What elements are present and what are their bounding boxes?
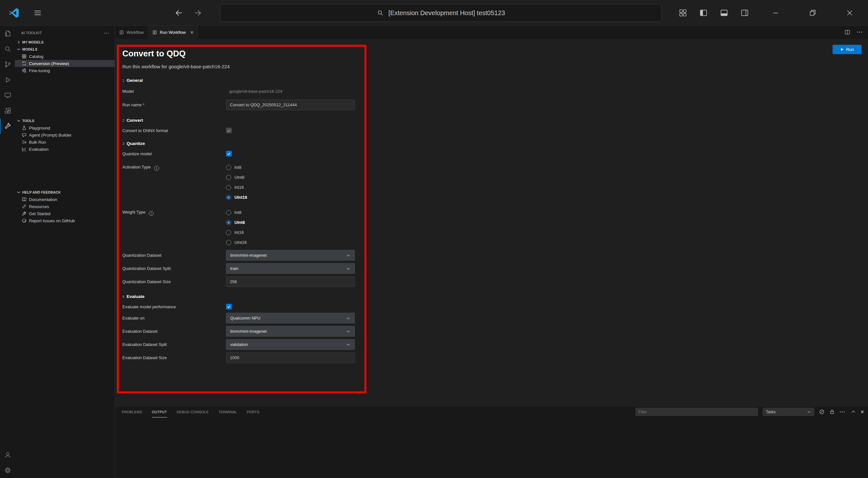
sidebar-item-evaluation[interactable]: Evaluation [15,146,115,153]
radio-option-uint16[interactable]: UInt16 [226,192,247,202]
evaluation-dataset-split-select[interactable]: validation [226,339,355,350]
source-control-icon[interactable] [0,57,15,72]
output-filter-input[interactable] [636,408,758,416]
section-label: MODELS [22,47,37,51]
evaluate-performance-checkbox[interactable] [226,304,232,309]
sidebar-section-tools[interactable]: TOOLS [15,117,115,124]
radio-option-int16[interactable]: Int16 [226,228,247,237]
accounts-icon[interactable] [0,447,15,462]
info-icon[interactable]: i [149,211,154,216]
remote-explorer-icon[interactable] [0,88,15,103]
extensions-icon[interactable] [0,103,15,119]
evaluate-on-select[interactable]: Qualcomm NPU [226,313,355,323]
item-label: Conversion (Preview) [29,61,69,66]
vscode-logo [8,7,19,18]
close-tab-icon[interactable]: × [190,30,193,35]
section-label: HELP AND FEEDBACK [22,190,61,194]
select-value: Tasks [766,410,776,414]
radio-option-uint16[interactable]: UInt16 [226,237,247,247]
search-view-icon[interactable] [0,41,15,57]
sidebar-section-models[interactable]: MODELS [15,46,115,53]
restore-button[interactable] [794,0,831,26]
menu-icon[interactable] [33,9,42,17]
customize-layout-icon[interactable] [679,9,687,17]
quantization-dataset-split-select[interactable]: train [226,263,355,274]
panel-tab-problems[interactable]: PROBLEMS [122,406,142,417]
info-icon[interactable]: i [154,166,159,171]
panel-tab-output[interactable]: OUTPUT [152,406,167,417]
maximize-panel-icon[interactable] [850,409,856,415]
radio-input[interactable] [226,165,231,170]
command-center[interactable]: [Extension Development Host] test05123 [220,4,662,22]
sidebar-item-bulk-run[interactable]: Bulk Run [15,139,115,146]
radio-input[interactable] [226,220,231,225]
page-title: Convert to QDQ [122,48,361,59]
toggle-primary-sidebar-icon[interactable] [699,9,708,17]
panel-more-actions-icon[interactable]: ··· [840,409,846,415]
section-title: Convert [127,118,143,123]
item-label: Resources [29,204,49,209]
minimize-button[interactable] [757,0,794,26]
radio-input[interactable] [226,230,231,235]
sidebar-item-fine-tuning[interactable]: Fine-tuning [15,67,115,74]
tab-run-workflow[interactable]: Run Workflow × [148,26,198,39]
select-value: timm/mini-imagenet [230,253,267,258]
toggle-panel-icon[interactable] [720,9,728,17]
weight-type-radio-group: Int8 UInt8 Int16 UInt16 [226,207,247,247]
editor-more-actions-icon[interactable]: ··· [857,29,863,35]
close-window-button[interactable] [831,0,868,26]
sidebar-item-agent-builder[interactable]: Agent (Prompt) Builder [15,131,115,139]
run-workflow-button[interactable]: Run [833,45,862,54]
quantization-dataset-size-input[interactable] [226,276,355,287]
radio-option-int8[interactable]: Int8 [226,207,247,217]
panel-tab-terminal[interactable]: TERMINAL [218,406,237,417]
sidebar-item-resources[interactable]: Resources [15,203,115,210]
sidebar-section-help-and-feedback[interactable]: HELP AND FEEDBACK [15,189,115,196]
go-back-icon[interactable] [174,8,183,18]
radio-input[interactable] [226,195,231,200]
item-label: Bulk Run [29,140,46,145]
radio-input[interactable] [226,175,231,180]
ai-toolkit-icon[interactable] [0,119,15,134]
activation-type-row: Activation Type i Int8 UInt8 Int16 UInt1… [122,162,361,202]
sidebar-item-conversion[interactable]: Conversion (Preview) [15,60,115,67]
section-convert: 2 Convert [122,118,361,124]
run-name-input[interactable] [226,99,355,110]
onnx-row: Convert to ONNX format [122,127,361,133]
sidebar-item-playground[interactable]: Playground [15,124,115,131]
required-marker: * [143,102,145,107]
radio-option-int8[interactable]: Int8 [226,162,247,172]
quantization-dataset-select[interactable]: timm/mini-imagenet [226,250,355,261]
run-and-debug-icon[interactable] [0,72,15,88]
evaluation-dataset-size-input[interactable] [226,352,355,363]
toggle-secondary-sidebar-icon[interactable] [741,9,749,17]
evaluate-performance-label: Evaluate model performance [122,304,226,309]
radio-input[interactable] [226,210,231,215]
panel-tab-ports[interactable]: PORTS [247,406,259,417]
sidebar-item-get-started[interactable]: Get Started [15,210,115,217]
go-forward-icon[interactable] [194,8,203,18]
quantize-model-checkbox[interactable] [226,151,232,156]
lock-autoscroll-icon[interactable] [829,409,835,415]
radio-input[interactable] [226,185,231,190]
output-channel-select[interactable]: Tasks [763,408,814,416]
radio-option-uint8[interactable]: UInt8 [226,217,247,228]
sidebar-more-actions-icon[interactable]: ··· [104,31,110,35]
radio-option-uint8[interactable]: UInt8 [226,172,247,182]
panel-tab-debug-console[interactable]: DEBUG CONSOLE [177,406,209,417]
radio-input[interactable] [226,240,231,245]
clear-output-icon[interactable] [819,409,825,415]
sidebar-item-report-issues[interactable]: Report Issues on GitHub [15,217,115,224]
workflow-form: Convert to QDQ Run this workflow for goo… [122,48,361,363]
sidebar-item-catalog[interactable]: Catalog [15,53,115,60]
sidebar-section-my-models[interactable]: MY MODELS [15,39,115,46]
item-label: Evaluation [29,147,49,152]
close-panel-icon[interactable]: × [861,409,864,415]
settings-gear-icon[interactable] [0,462,15,478]
explorer-icon[interactable] [0,26,15,41]
sidebar-item-documentation[interactable]: Documentation [15,196,115,203]
radio-option-int16[interactable]: Int16 [226,182,247,192]
split-editor-icon[interactable] [844,29,850,35]
tab-workflow[interactable]: Workflow [115,26,148,39]
evaluation-dataset-select[interactable]: timm/mini-imagenet [226,326,355,337]
